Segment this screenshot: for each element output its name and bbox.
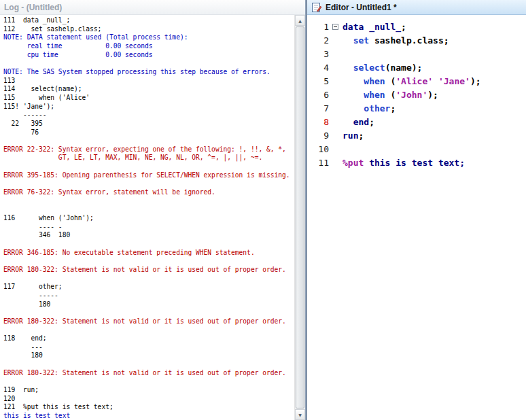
log-line: 117 other; — [3, 283, 294, 292]
editor-document-icon — [311, 2, 322, 13]
fold-collapse-icon[interactable] — [332, 24, 338, 30]
log-line — [3, 59, 294, 68]
editor-line-number: 8 — [307, 116, 330, 129]
editor-code-text: select(name); — [343, 61, 422, 75]
editor-line: 9run; — [307, 129, 526, 143]
log-line — [3, 137, 294, 145]
log-line: 76 — [3, 128, 294, 137]
log-line — [3, 377, 294, 386]
log-line: 114 select(name); — [3, 85, 294, 94]
editor-code-text: run; — [343, 129, 364, 143]
log-line: ERROR 76-322: Syntax error, statement wi… — [3, 188, 294, 197]
arrow-up-icon: ▲ — [298, 18, 302, 23]
editor-line-number: 4 — [307, 61, 330, 75]
editor-line-number: 6 — [307, 88, 330, 102]
editor-line-number: 10 — [307, 143, 330, 156]
scrollbar-thumb[interactable] — [296, 27, 304, 408]
log-line — [3, 179, 294, 188]
editor-line-number: 7 — [307, 102, 330, 116]
log-line — [3, 257, 294, 266]
editor-code-text: data _null_; — [343, 20, 406, 34]
log-line: real time 0.00 seconds — [3, 42, 294, 51]
log-line: ERROR 180-322: Statement is not valid or… — [3, 317, 294, 326]
editor-line: 8 end; — [307, 116, 526, 129]
editor-line-number: 5 — [307, 75, 330, 88]
fold-margin — [330, 102, 343, 116]
log-window-titlebar[interactable]: Log - (Untitled) — [0, 0, 305, 15]
scrollbar-up-button[interactable]: ▲ — [295, 15, 305, 26]
log-line: 180 — [3, 300, 294, 309]
log-window-title: Log - (Untitled) — [4, 3, 62, 12]
editor-line: 7 other; — [307, 102, 526, 116]
log-line — [3, 309, 294, 317]
log-line — [3, 240, 294, 249]
log-line — [3, 205, 294, 214]
log-line: ----- — [3, 292, 294, 300]
scrollbar-track[interactable] — [295, 26, 305, 409]
editor-code-text: other; — [343, 102, 396, 116]
log-line: 346 180 — [3, 231, 294, 240]
log-line: ERROR 346-185: No executable statement p… — [3, 249, 294, 258]
editor-line: 1data _null_; — [307, 20, 526, 34]
sas-workspace: Log - (Untitled) 111 data _null_;112 set… — [0, 0, 526, 420]
editor-line-number: 11 — [307, 156, 330, 170]
log-line: 115 when ('Alice' — [3, 94, 294, 103]
editor-code-text: set sashelp.class; — [343, 34, 449, 48]
log-line: ---- - — [3, 223, 294, 232]
log-line: 113 — [3, 77, 294, 86]
editor-code-text: end; — [343, 116, 374, 129]
editor-lines: 1data _null_;2 set sashelp.class;34 sele… — [307, 20, 526, 170]
editor-window-titlebar[interactable]: Editor - Untitled1 * — [307, 0, 526, 15]
arrow-down-icon: ▼ — [298, 413, 302, 417]
fold-margin — [330, 34, 343, 48]
log-line: ERROR 22-322: Syntax error, expecting on… — [3, 145, 294, 154]
editor-line: 6 when ('John'); — [307, 88, 526, 102]
log-line: 118 end; — [3, 334, 294, 343]
log-line: 116 when ('John'); — [3, 214, 294, 223]
log-line: NOTE: DATA statement used (Total process… — [3, 33, 294, 42]
log-line: 120 — [3, 395, 294, 404]
editor-line: 3 — [307, 48, 526, 61]
log-window: Log - (Untitled) 111 data _null_;112 set… — [0, 0, 306, 420]
log-line: 180 — [3, 351, 294, 360]
log-line: ERROR 180-322: Statement is not valid or… — [3, 266, 294, 275]
fold-margin — [330, 75, 343, 88]
log-line: NOTE: The SAS System stopped processing … — [3, 68, 294, 77]
log-line — [3, 275, 294, 283]
editor-line-number: 1 — [307, 20, 330, 34]
log-line: cpu time 0.00 seconds — [3, 51, 294, 60]
editor-line-number: 3 — [307, 48, 330, 61]
log-line — [3, 197, 294, 206]
log-body: 111 data _null_;112 set sashelp.class;NO… — [0, 15, 305, 420]
fold-margin — [330, 156, 343, 170]
log-vertical-scrollbar: ▲ ▼ — [294, 15, 305, 420]
editor-code-text: when ('Alice' 'Jane'); — [343, 75, 481, 88]
log-line — [3, 162, 294, 171]
log-line: this is test text — [3, 412, 294, 420]
log-content[interactable]: 111 data _null_;112 set sashelp.class;NO… — [0, 15, 294, 420]
log-line: 121 %put this is test text; — [3, 403, 294, 412]
fold-margin — [330, 20, 343, 34]
editor-window-title: Editor - Untitled1 * — [326, 3, 397, 12]
editor-line-number: 2 — [307, 34, 330, 48]
log-line: ERROR 395-185: Opening parenthesis for S… — [3, 171, 294, 180]
fold-margin — [330, 48, 343, 61]
log-line: ------ — [3, 111, 294, 120]
fold-margin — [330, 143, 343, 156]
log-line: ERROR 180-322: Statement is not valid or… — [3, 369, 294, 378]
log-line: 112 set sashelp.class; — [3, 25, 294, 34]
fold-margin — [330, 88, 343, 102]
fold-margin — [330, 129, 343, 143]
scrollbar-down-button[interactable]: ▼ — [295, 409, 305, 420]
log-line — [3, 326, 294, 334]
editor-content[interactable]: 1data _null_;2 set sashelp.class;34 sele… — [307, 15, 526, 420]
log-line: 111 data _null_; — [3, 16, 294, 25]
editor-line: 4 select(name); — [307, 61, 526, 75]
fold-margin — [330, 61, 343, 75]
fold-margin — [330, 116, 343, 129]
editor-line: 11%put this is test text; — [307, 156, 526, 170]
log-line — [3, 360, 294, 369]
editor-line: 10 — [307, 143, 526, 156]
editor-code-text: %put this is test text; — [343, 156, 465, 170]
log-line: --- — [3, 343, 294, 352]
